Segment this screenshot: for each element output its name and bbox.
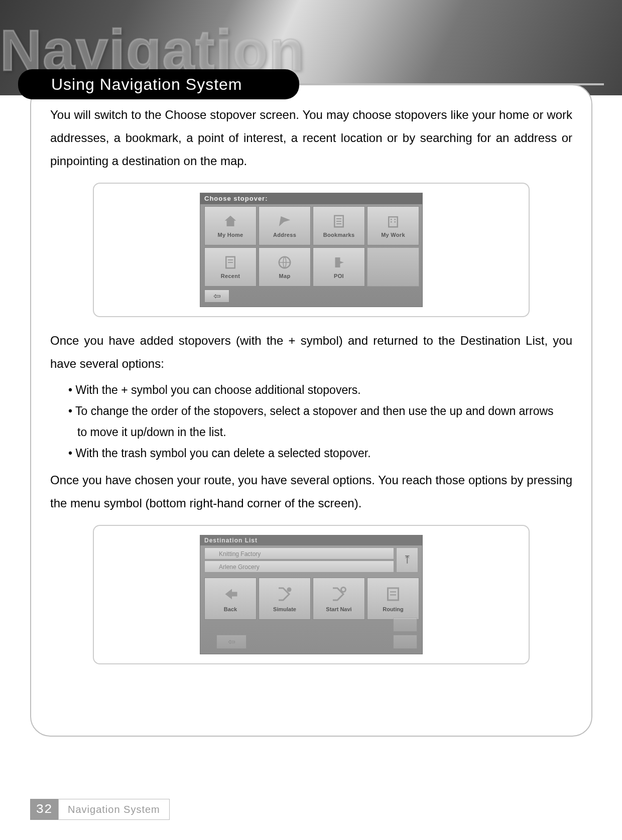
back-button[interactable]: Back — [204, 578, 257, 620]
svg-rect-8 — [395, 221, 396, 223]
back-arrow-icon: ⇦ — [213, 291, 221, 302]
button-label: Back — [224, 606, 237, 612]
svg-rect-6 — [395, 219, 396, 220]
section-title-pill: Using Navigation System — [18, 69, 299, 99]
bullet-list: With the + symbol you can choose additio… — [68, 379, 572, 464]
routing-icon — [383, 585, 403, 603]
bookmarks-icon — [330, 214, 347, 229]
footer-label: Navigation System — [58, 799, 170, 820]
back-arrow-small[interactable]: ⇦ — [216, 635, 246, 649]
move-up-button[interactable]: ⤒ — [396, 547, 418, 573]
work-icon — [385, 214, 402, 229]
home-icon — [222, 214, 239, 229]
bookmarks-button[interactable]: Bookmarks — [313, 206, 365, 245]
destination-row-2[interactable]: Arlene Grocery — [204, 561, 394, 573]
section-title: Using Navigation System — [51, 75, 242, 94]
svg-rect-15 — [388, 588, 399, 600]
button-label: Recent — [221, 273, 240, 279]
empty-slot — [367, 247, 419, 287]
page-footer: 32 Navigation System — [30, 799, 170, 820]
content-panel: You will switch to the Choose stopover s… — [30, 84, 592, 737]
screen2-title: Destination List — [200, 535, 422, 545]
start-navi-icon — [329, 585, 349, 603]
screenshot-frame-2: Destination List Knitting Factory Arlene… — [93, 525, 530, 664]
start-navi-button[interactable]: Start Navi — [313, 578, 365, 620]
back-button[interactable]: ⇦ — [204, 290, 229, 303]
button-label: Address — [273, 232, 296, 238]
add-button[interactable] — [393, 618, 417, 632]
choose-stopover-screen: Choose stopover: My Home Address Bookmar… — [200, 193, 423, 307]
screen1-title: Choose stopover: — [200, 193, 422, 204]
poi-button[interactable]: POI — [313, 247, 365, 287]
section-divider — [281, 83, 604, 85]
back-arrow-icon: ⇦ — [228, 636, 235, 647]
menu-button[interactable] — [393, 635, 417, 649]
paragraph-3: Once you have chosen your route, you hav… — [50, 469, 572, 515]
address-icon — [276, 214, 293, 229]
my-home-button[interactable]: My Home — [204, 206, 257, 245]
simulate-icon — [275, 585, 295, 603]
button-label: My Work — [381, 232, 405, 238]
up-arrow-icon: ⤒ — [403, 553, 412, 567]
bullet-item: To change the order of the stopovers, se… — [68, 400, 572, 422]
page-number: 32 — [30, 799, 58, 820]
svg-rect-7 — [391, 221, 392, 223]
svg-rect-4 — [389, 217, 398, 227]
recent-button[interactable]: Recent — [204, 247, 257, 287]
button-label: POI — [334, 273, 344, 279]
back-arrow-icon — [220, 585, 240, 603]
paragraph-2: Once you have added stopovers (with the … — [50, 329, 572, 375]
destination-row-1[interactable]: Knitting Factory — [204, 547, 394, 559]
destination-list-screen: Destination List Knitting Factory Arlene… — [200, 535, 423, 654]
globe-icon — [276, 255, 293, 270]
address-button[interactable]: Address — [259, 206, 311, 245]
poi-icon — [330, 255, 347, 270]
routing-button[interactable]: Routing — [367, 578, 419, 620]
button-label: Routing — [383, 606, 404, 612]
screenshot-frame-1: Choose stopover: My Home Address Bookmar… — [93, 183, 530, 317]
bullet-item-continuation: to move it up/down in the list. — [77, 422, 572, 443]
paragraph-1: You will switch to the Choose stopover s… — [50, 103, 572, 173]
recent-icon — [222, 255, 239, 270]
svg-rect-5 — [391, 219, 392, 220]
svg-point-13 — [287, 588, 292, 592]
button-label: Start Navi — [326, 606, 351, 612]
button-label: Bookmarks — [323, 232, 355, 238]
my-work-button[interactable]: My Work — [367, 206, 419, 245]
button-label: My Home — [218, 232, 243, 238]
button-label: Map — [279, 273, 291, 279]
bullet-item: With the trash symbol you can delete a s… — [68, 443, 572, 464]
button-label: Simulate — [273, 606, 296, 612]
map-button[interactable]: Map — [259, 247, 311, 287]
simulate-button[interactable]: Simulate — [259, 578, 311, 620]
bullet-item: With the + symbol you can choose additio… — [68, 379, 572, 400]
svg-point-14 — [341, 588, 346, 592]
